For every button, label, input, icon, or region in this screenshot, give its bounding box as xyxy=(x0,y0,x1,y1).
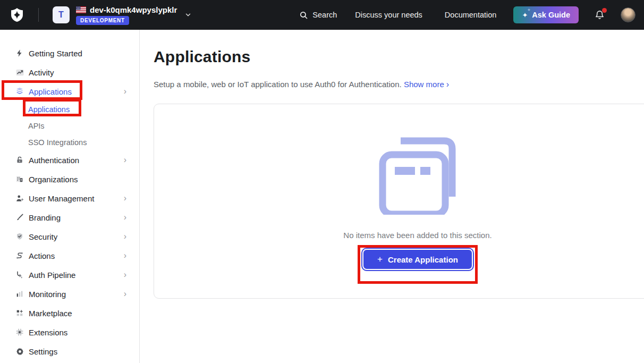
sidebar-item-authentication[interactable]: Authentication › xyxy=(0,150,139,170)
bar-chart-icon xyxy=(15,289,24,299)
top-header: T dev-k0qmk4wpyslypklr xyxy=(0,0,644,30)
ask-guide-button[interactable]: ✦✧ Ask Guide xyxy=(513,6,579,23)
chevron-right-icon: › xyxy=(124,271,126,279)
sidebar-item-getting-started[interactable]: Getting Started xyxy=(0,44,139,63)
sidebar-subitem-sso-integrations[interactable]: SSO Integrations xyxy=(0,134,139,150)
layers-icon xyxy=(15,87,24,96)
chevron-icon: › xyxy=(124,87,126,96)
create-application-button[interactable]: + Create Application xyxy=(362,249,473,270)
stacked-windows-icon xyxy=(377,134,458,215)
chevron-right-icon: › xyxy=(124,251,126,260)
page-subtitle: Setup a mobile, web or IoT application t… xyxy=(154,80,644,89)
sparkle-icon: ✦✧ xyxy=(522,11,528,19)
search-label: Search xyxy=(312,11,337,19)
documentation-link[interactable]: Documentation xyxy=(445,11,497,19)
flow-icon xyxy=(15,251,24,260)
sidebar-item-extensions[interactable]: Extensions xyxy=(0,323,139,342)
chevron-right-icon: › xyxy=(124,290,126,298)
empty-state-message: No items have been added to this section… xyxy=(154,231,644,240)
sidebar-item-auth-pipeline[interactable]: Auth Pipeline › xyxy=(0,265,139,284)
chevron-down-icon[interactable] xyxy=(184,11,192,19)
page-title: Applications xyxy=(154,48,644,66)
grid-plus-icon xyxy=(15,308,24,318)
sidebar-item-branding[interactable]: Branding › xyxy=(0,208,139,227)
chevron-right-icon: › xyxy=(124,232,126,241)
search-icon xyxy=(299,11,308,20)
sidebar-subitem-apis[interactable]: APIs xyxy=(0,117,139,134)
applications-empty-card: No items have been added to this section… xyxy=(154,104,644,299)
building-icon xyxy=(15,174,24,184)
gear-icon xyxy=(15,347,24,356)
notification-dot xyxy=(602,8,607,13)
user-gear-icon xyxy=(15,193,24,203)
sidebar-subitem-applications[interactable]: Applications xyxy=(0,101,139,117)
search-button[interactable]: Search xyxy=(299,11,337,20)
zap-icon xyxy=(15,48,24,58)
discuss-your-needs-link[interactable]: Discuss your needs xyxy=(355,11,422,19)
environment-badge: DEVELOPMENT xyxy=(76,16,129,25)
activity-icon xyxy=(15,67,24,77)
lock-icon xyxy=(15,155,24,165)
main-content: Applications Setup a mobile, web or IoT … xyxy=(140,30,644,363)
tenant-avatar[interactable]: T xyxy=(53,6,70,23)
chevron-right-icon: › xyxy=(124,213,126,222)
chevron-right-icon: › xyxy=(446,80,449,89)
sidebar-item-activity[interactable]: Activity xyxy=(0,63,139,82)
sidebar-nav: Getting Started Activity Applications › … xyxy=(0,30,140,363)
auth0-logo[interactable] xyxy=(10,7,24,22)
brush-icon xyxy=(15,213,24,222)
us-flag-icon xyxy=(76,6,86,13)
ask-guide-label: Ask Guide xyxy=(532,11,570,19)
shield-check-icon xyxy=(15,232,24,241)
show-more-link[interactable]: Show more› xyxy=(404,80,449,89)
sidebar-item-actions[interactable]: Actions › xyxy=(0,246,139,265)
sidebar-item-user-management[interactable]: User Management › xyxy=(0,189,139,208)
chevron-right-icon: › xyxy=(124,194,126,202)
sidebar-item-marketplace[interactable]: Marketplace xyxy=(0,303,139,323)
auth0-shield-icon xyxy=(10,7,24,22)
sidebar-item-organizations[interactable]: Organizations xyxy=(0,170,139,189)
sidebar-item-security[interactable]: Security › xyxy=(0,227,139,246)
tenant-name: dev-k0qmk4wpyslypklr xyxy=(90,5,177,14)
notifications-button[interactable] xyxy=(595,10,605,20)
pipeline-icon xyxy=(15,270,24,280)
tenant-selector[interactable]: dev-k0qmk4wpyslypklr DEVELOPMENT xyxy=(76,5,177,25)
user-avatar[interactable] xyxy=(621,7,635,22)
sidebar-item-settings[interactable]: Settings xyxy=(0,342,139,361)
sidebar-item-monitoring[interactable]: Monitoring › xyxy=(0,284,139,303)
create-application-label: Create Application xyxy=(388,255,458,264)
header-divider xyxy=(38,8,39,22)
plus-icon: + xyxy=(377,254,383,265)
chevron-right-icon: › xyxy=(124,156,126,164)
chip-icon xyxy=(15,327,24,337)
sidebar-item-applications[interactable]: Applications › xyxy=(0,82,139,101)
